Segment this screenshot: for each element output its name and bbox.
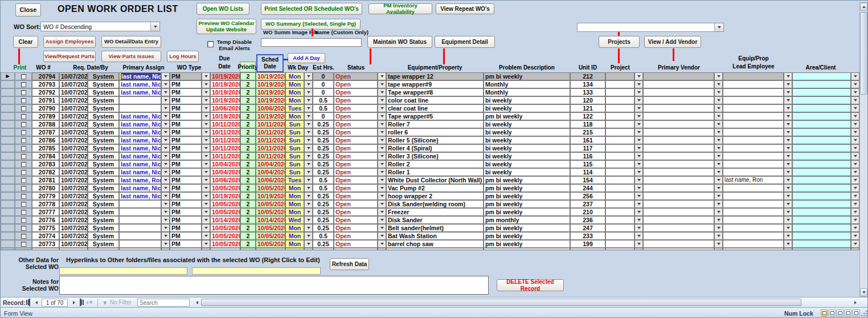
project-cell[interactable] [605, 240, 634, 248]
priority-cell[interactable]: 2 [240, 216, 256, 224]
wo-number-cell[interactable]: 20786 [32, 136, 59, 144]
print-checkbox-cell[interactable] [15, 72, 32, 80]
primary-assign-cell[interactable] [119, 104, 161, 112]
primary-vendor-cell[interactable] [643, 152, 714, 160]
primary-vendor-dropdown-icon[interactable] [714, 88, 723, 96]
print-selected-or-scheduled-button[interactable]: Print Selected OR Scheduled WO's [261, 3, 362, 15]
primary-vendor-cell[interactable] [643, 232, 714, 240]
lead-employee-cell[interactable]: last name, Ron [723, 176, 784, 184]
unit-id-cell[interactable]: 118 [570, 120, 605, 128]
wk-day-dropdown-icon[interactable] [304, 176, 313, 184]
sched-date-cell[interactable]: 10/05/2020 [256, 224, 285, 232]
row-selector[interactable] [1, 240, 15, 248]
wk-day-cell[interactable]: Mon [285, 240, 304, 248]
est-hrs-cell[interactable]: 0.25 [313, 136, 334, 144]
problem-description-cell[interactable]: pm bi weekly [484, 224, 570, 232]
row-selector[interactable] [1, 184, 15, 192]
sched-date-cell[interactable]: 10/05/2020 [256, 232, 285, 240]
lead-employee-dropdown-icon[interactable] [784, 80, 792, 88]
wk-day-cell[interactable]: Mon [285, 224, 304, 232]
status-cell[interactable]: Open [334, 152, 378, 160]
project-dropdown-icon[interactable] [634, 72, 643, 80]
project-cell[interactable] [605, 136, 634, 144]
project-dropdown-icon[interactable] [634, 88, 643, 96]
primary-vendor-cell[interactable] [643, 72, 714, 80]
primary-vendor-cell[interactable] [643, 144, 714, 152]
maintain-wo-status-button[interactable]: Maintain WO Status [367, 36, 432, 48]
primary-vendor-cell[interactable] [643, 184, 714, 192]
wk-day-cell[interactable]: Mon [285, 112, 304, 120]
wo-type-cell[interactable]: PM [170, 232, 202, 240]
primary-vendor-cell[interactable] [643, 128, 714, 136]
due-date-cell[interactable]: 10/06/2020 [210, 176, 240, 184]
unit-id-cell[interactable]: 117 [570, 144, 605, 152]
wo-number-cell[interactable]: 20775 [32, 224, 59, 232]
primary-vendor-dropdown-icon[interactable] [714, 232, 723, 240]
lead-employee-cell[interactable] [723, 88, 784, 96]
print-checkbox[interactable] [21, 82, 26, 87]
area-client-cell[interactable] [792, 128, 851, 136]
area-client-dropdown-icon[interactable] [851, 160, 859, 168]
req-by-cell[interactable]: System [88, 224, 119, 232]
print-checkbox[interactable] [21, 178, 26, 183]
status-dropdown-icon[interactable] [378, 72, 386, 80]
status-cell[interactable]: Open [334, 216, 378, 224]
assign-employees-button[interactable]: Assign Employees [43, 36, 96, 48]
lead-employee-dropdown-icon[interactable] [784, 160, 792, 168]
req-date-cell[interactable]: 10/07/2020 [59, 192, 88, 200]
equipment-property-cell[interactable]: Roller 3 (Silicone) [386, 152, 484, 160]
wo-number-cell[interactable]: 20792 [32, 88, 59, 96]
equipment-property-cell[interactable]: Roller 5 (Silicone) [386, 136, 484, 144]
est-hrs-cell[interactable]: 0.25 [313, 224, 334, 232]
wk-day-cell[interactable]: Sun [285, 160, 304, 168]
wo-number-cell[interactable]: 20778 [32, 200, 59, 208]
first-record-icon[interactable] [24, 299, 32, 306]
due-date-cell[interactable]: 10/11/2020 [210, 152, 240, 160]
sched-date-cell[interactable]: 10/19/2020 [256, 96, 285, 104]
primary-assign-dropdown-icon[interactable] [161, 168, 170, 176]
row-selector[interactable] [1, 104, 15, 112]
status-dropdown-icon[interactable] [378, 152, 386, 160]
lead-employee-cell[interactable] [723, 152, 784, 160]
primary-assign-dropdown-icon[interactable] [161, 224, 170, 232]
lead-employee-cell[interactable] [723, 200, 784, 208]
project-cell[interactable] [605, 72, 634, 80]
status-dropdown-icon[interactable] [378, 80, 386, 88]
status-cell[interactable]: Open [334, 88, 378, 96]
req-by-cell[interactable]: System [88, 184, 119, 192]
primary-vendor-cell[interactable] [643, 120, 714, 128]
req-date-cell[interactable]: 10/07/2020 [59, 200, 88, 208]
wo-number-cell[interactable]: 20788 [32, 120, 59, 128]
status-dropdown-icon[interactable] [378, 200, 386, 208]
lead-employee-dropdown-icon[interactable] [784, 96, 792, 104]
req-by-cell[interactable]: System [88, 208, 119, 216]
sched-date-cell[interactable]: 10/05/2020 [256, 208, 285, 216]
equipment-property-cell[interactable]: Tape wrapper#8 [386, 88, 484, 96]
primary-vendor-cell[interactable] [643, 112, 714, 120]
print-checkbox[interactable] [21, 186, 26, 191]
wk-day-dropdown-icon[interactable] [304, 160, 313, 168]
primary-assign-cell[interactable]: last name, Nick [119, 112, 161, 120]
sched-date-cell[interactable]: 10/11/2020 [256, 120, 285, 128]
req-by-cell[interactable]: System [88, 176, 119, 184]
project-cell[interactable] [605, 112, 634, 120]
wk-day-dropdown-icon[interactable] [304, 232, 313, 240]
wo-type-dropdown-icon[interactable] [202, 96, 210, 104]
area-client-dropdown-icon[interactable] [851, 232, 859, 240]
status-cell[interactable]: Open [334, 120, 378, 128]
primary-vendor-cell[interactable] [643, 104, 714, 112]
primary-vendor-dropdown-icon[interactable] [714, 184, 723, 192]
est-hrs-cell[interactable]: 0.25 [313, 208, 334, 216]
temp-disable-checkbox[interactable] [207, 41, 214, 47]
wo-number-cell[interactable]: 20783 [32, 160, 59, 168]
area-client-cell[interactable] [792, 240, 851, 248]
wo-sort-combo[interactable]: WO # Descending [40, 22, 160, 31]
req-by-cell[interactable]: System [88, 80, 119, 88]
req-by-cell[interactable]: System [88, 120, 119, 128]
area-client-dropdown-icon[interactable] [851, 168, 859, 176]
problem-description-cell[interactable]: bi weekly [484, 120, 570, 128]
req-date-cell[interactable]: 10/07/2020 [59, 112, 88, 120]
primary-vendor-cell[interactable] [643, 240, 714, 248]
wk-day-dropdown-icon[interactable] [304, 120, 313, 128]
unit-id-cell[interactable]: 199 [570, 240, 605, 248]
